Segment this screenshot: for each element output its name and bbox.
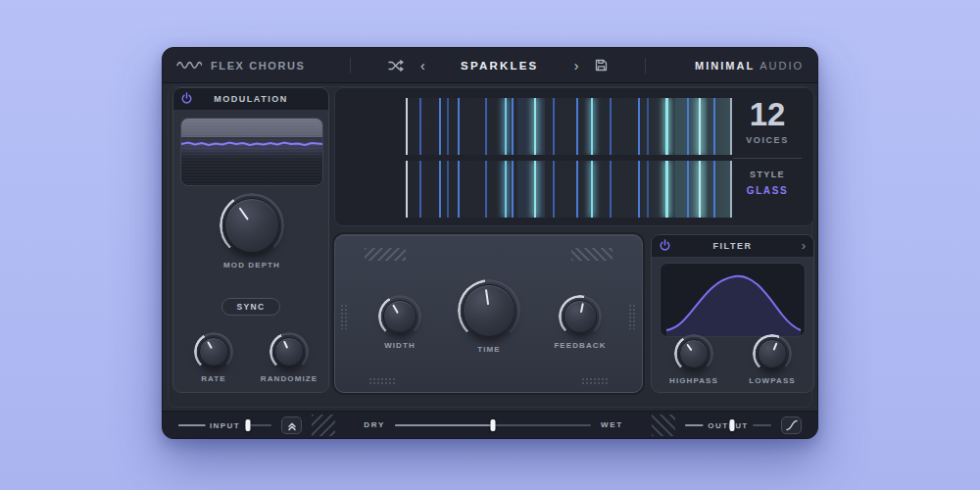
- viz-line: [517, 98, 545, 155]
- dot-texture: [628, 304, 637, 329]
- feedback-control: FEEDBACK: [546, 300, 614, 350]
- mod-waveform-display[interactable]: [180, 118, 323, 186]
- dry-wet-handle[interactable]: [490, 419, 495, 431]
- viz-line: [687, 98, 689, 155]
- dry-wet-fill: [395, 424, 493, 426]
- preset-name[interactable]: SPARKLES: [442, 60, 558, 72]
- time-label: TIME: [477, 345, 501, 354]
- viz-line: [713, 98, 715, 155]
- knob-pointer: [214, 187, 290, 264]
- brand-audio: AUDIO: [760, 60, 804, 72]
- randomize-knob[interactable]: [274, 337, 304, 367]
- viz-line: [675, 161, 707, 218]
- filter-panel: FILTER › HIGHPASS: [651, 234, 814, 393]
- feedback-knob[interactable]: [564, 300, 597, 333]
- output-curve-button[interactable]: [781, 416, 802, 434]
- hatch-decoration-left: [365, 248, 406, 261]
- input-label: INPUT: [205, 420, 245, 429]
- output-label: OUTPUT: [703, 420, 753, 429]
- filter-curve-display[interactable]: [660, 263, 806, 337]
- viz-line: [665, 98, 668, 155]
- viz-line: [687, 161, 689, 218]
- lowpass-knob[interactable]: [758, 339, 787, 368]
- viz-line: [576, 98, 578, 155]
- filter-next-button[interactable]: ›: [802, 238, 806, 254]
- dry-label: DRY: [364, 420, 385, 429]
- output-slider[interactable]: OUTPUT: [685, 418, 771, 432]
- highpass-knob[interactable]: [679, 339, 709, 368]
- viz-line: [553, 98, 555, 155]
- viz-band: [406, 98, 732, 155]
- viz-line: [591, 98, 593, 155]
- output-handle[interactable]: [730, 419, 735, 431]
- viz-line: [439, 161, 441, 218]
- viz-line: [419, 161, 421, 218]
- modulation-header: MODULATION: [173, 88, 328, 111]
- style-label: STYLE: [731, 170, 804, 179]
- viz-line: [534, 98, 536, 155]
- viz-line: [699, 161, 701, 218]
- viz-line: [534, 161, 536, 218]
- input-slider[interactable]: INPUT: [178, 418, 271, 432]
- viz-line: [517, 161, 545, 218]
- viz-line: [610, 98, 612, 155]
- viz-line: [665, 161, 668, 218]
- knob-pointer: [561, 297, 600, 336]
- time-knob[interactable]: [463, 284, 515, 337]
- dry-wet-slider[interactable]: [395, 418, 591, 432]
- viz-line: [505, 161, 507, 218]
- viz-bands: [406, 98, 732, 218]
- rate-control: RATE: [181, 337, 246, 383]
- viz-line: [458, 98, 460, 155]
- viz-line: [553, 161, 555, 218]
- prev-preset-button[interactable]: ‹: [418, 59, 427, 73]
- plugin-window: FLEX CHORUS ‹ SPARKLES ›: [162, 47, 818, 439]
- viz-line: [458, 161, 460, 218]
- rate-knob[interactable]: [199, 337, 228, 367]
- width-knob[interactable]: [383, 300, 416, 333]
- divider: [733, 158, 802, 159]
- viz-line: [610, 161, 612, 218]
- viz-band: [406, 161, 732, 218]
- viz-line: [505, 98, 507, 155]
- titlebar: FLEX CHORUS ‹ SPARKLES ›: [163, 48, 817, 83]
- lowpass-control: LOWPASS: [739, 339, 806, 385]
- input-handle[interactable]: [246, 419, 251, 431]
- viz-line: [447, 161, 449, 218]
- viz-line: [591, 161, 593, 218]
- viz-line: [576, 161, 578, 218]
- bottom-bar: INPUT DRY WET OUTPUT: [163, 411, 817, 438]
- viz-line: [713, 161, 715, 218]
- viz-line: [638, 98, 640, 155]
- modulation-power-toggle[interactable]: [180, 92, 193, 105]
- wet-label: WET: [601, 420, 623, 429]
- knob-pointer: [460, 281, 519, 341]
- dot-texture: [581, 377, 609, 386]
- voices-value[interactable]: 12: [731, 98, 804, 130]
- viz-line: [512, 98, 514, 155]
- width-label: WIDTH: [384, 341, 416, 350]
- time-control: TIME: [450, 284, 528, 354]
- brand-logo: MINIMAL AUDIO: [695, 60, 804, 72]
- style-value[interactable]: GLASS: [731, 185, 804, 196]
- preset-browser: ‹ SPARKLES ›: [350, 58, 646, 74]
- plugin-title: FLEX CHORUS: [211, 60, 305, 72]
- next-preset-button[interactable]: ›: [572, 59, 581, 73]
- modulation-header-label: MODULATION: [214, 94, 287, 104]
- dot-texture: [368, 377, 396, 386]
- lowpass-label: LOWPASS: [749, 376, 796, 385]
- feedback-label: FEEDBACK: [554, 341, 606, 350]
- sync-button[interactable]: SYNC: [221, 298, 280, 316]
- hatch-decoration-right: [571, 248, 612, 261]
- save-preset-icon[interactable]: [595, 59, 608, 72]
- main-area: MODULATION MOD DEPTH SYNC: [163, 83, 817, 411]
- input-expand-button[interactable]: [281, 416, 302, 434]
- filter-power-toggle[interactable]: [659, 239, 671, 252]
- modulation-panel: MODULATION MOD DEPTH SYNC: [172, 87, 329, 393]
- mod-depth-knob[interactable]: [224, 198, 279, 253]
- viz-line: [419, 98, 421, 155]
- viz-line: [699, 98, 701, 155]
- viz-line: [647, 161, 649, 218]
- shuffle-preset-icon[interactable]: [388, 60, 404, 72]
- dot-texture: [340, 304, 349, 329]
